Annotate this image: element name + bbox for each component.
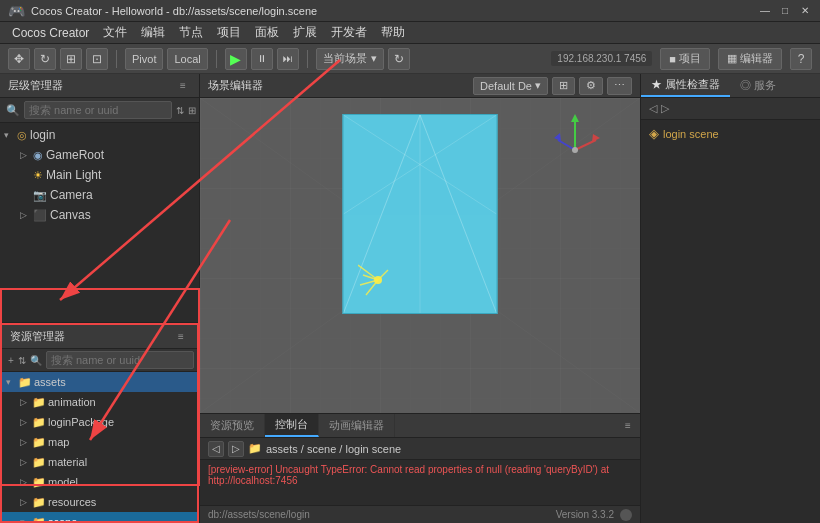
menu-item-编辑[interactable]: 编辑 — [135, 22, 171, 43]
scene-viewport[interactable] — [200, 98, 640, 413]
tree-item-canvas[interactable]: ▷ ⬛ Canvas — [0, 205, 199, 225]
assets-item-scene[interactable]: ▾ 📁 scene — [2, 512, 197, 521]
toolbar-sep3 — [307, 50, 308, 68]
tab-service-label: ◎ 服务 — [740, 78, 776, 93]
assets-item-resources[interactable]: ▷ 📁 resources — [2, 492, 197, 512]
assets-menu-button[interactable]: ≡ — [173, 329, 189, 345]
assets-label-assets: assets — [34, 376, 66, 388]
scene-more-button[interactable]: ⋯ — [607, 77, 632, 95]
minimize-button[interactable]: — — [758, 4, 772, 18]
assets-arrow-animation: ▷ — [20, 397, 30, 407]
tree-item-login[interactable]: ▾ ◎ login — [0, 125, 199, 145]
tab-inspector[interactable]: ★ 属性检查器 — [641, 74, 730, 97]
pivot-button[interactable]: Pivot — [125, 48, 163, 70]
close-button[interactable]: ✕ — [798, 4, 812, 18]
hierarchy-filter-button[interactable]: ⊞ — [188, 105, 196, 116]
step-button[interactable]: ⏭ — [277, 48, 299, 70]
menu-item-节点[interactable]: 节点 — [173, 22, 209, 43]
hierarchy-menu-button[interactable]: ≡ — [175, 78, 191, 94]
display-mode-dropdown[interactable]: Default De ▾ — [473, 77, 548, 95]
menu-item-帮助[interactable]: 帮助 — [375, 22, 411, 43]
menu-item-Cocos-Creator[interactable]: Cocos Creator — [6, 24, 95, 42]
scene-view-button[interactable]: ⊞ — [552, 77, 575, 95]
assets-folder-material-icon: 📁 — [32, 456, 46, 469]
svg-line-8 — [420, 115, 497, 313]
assets-panel: 资源管理器 ≡ + ⇅ 🔍 ⊞ ▾ 📁 assets ▷ 📁 an — [0, 323, 199, 523]
titlebar: 🎮 Cocos Creator - Helloworld - db://asse… — [0, 0, 820, 22]
scene-editor-header: 场景编辑器 Default De ▾ ⊞ ⚙ ⋯ — [200, 74, 640, 98]
local-button[interactable]: Local — [167, 48, 207, 70]
editor-button[interactable]: ▦ 编辑器 — [718, 48, 782, 70]
toolbar-sep2 — [216, 50, 217, 68]
tree-arrow-gameroot: ▷ — [20, 150, 30, 160]
tree-item-mainlight[interactable]: ☀ Main Light — [0, 165, 199, 185]
main-area: 层级管理器 ≡ 🔍 ⇅ ⊞ ▾ ◎ login ▷ ◉ GameRo — [0, 74, 820, 523]
console-error-text: [preview-error] Uncaught TypeError: Cann… — [208, 464, 609, 486]
svg-marker-17 — [554, 133, 561, 141]
toolbar-rotate-icon[interactable]: ↻ — [34, 48, 56, 70]
toolbar-move-icon[interactable]: ✥ — [8, 48, 30, 70]
assets-folder-scene-icon: 📁 — [32, 516, 46, 522]
assets-item-loginpackage[interactable]: ▷ 📁 loginPackage — [2, 412, 197, 432]
inspector-forward-button[interactable]: ▷ — [661, 102, 669, 115]
search-icon: 🔍 — [6, 104, 20, 117]
bottom-breadcrumb: ◁ ▷ 📁 assets / scene / login scene — [200, 438, 640, 460]
breadcrumb-forward[interactable]: ▷ — [228, 441, 244, 457]
gameroot-icon: ◉ — [33, 149, 43, 162]
mainlight-icon: ☀ — [33, 169, 43, 182]
tree-label-mainlight: Main Light — [46, 168, 101, 182]
assets-search-icon[interactable]: 🔍 — [30, 355, 42, 366]
menu-item-文件[interactable]: 文件 — [97, 22, 133, 43]
assets-item-model[interactable]: ▷ 📁 model — [2, 472, 197, 492]
assets-add-button[interactable]: + — [8, 355, 14, 366]
refresh-button[interactable]: ↻ — [388, 48, 410, 70]
svg-marker-13 — [571, 114, 579, 122]
svg-line-20 — [358, 265, 378, 280]
project-button[interactable]: ■ 项目 — [660, 48, 710, 70]
assets-arrow-assets: ▾ — [6, 377, 16, 387]
hierarchy-tree: ▾ ◎ login ▷ ◉ GameRoot ☀ Main Light 📷 — [0, 123, 199, 322]
menu-item-项目[interactable]: 项目 — [211, 22, 247, 43]
tab-preview[interactable]: 资源预览 — [200, 414, 265, 437]
play-button[interactable]: ▶ — [225, 48, 247, 70]
movement-indicator — [358, 260, 398, 303]
help-button[interactable]: ? — [790, 48, 812, 70]
tab-console[interactable]: 控制台 — [265, 414, 319, 437]
assets-item-animation[interactable]: ▷ 📁 animation — [2, 392, 197, 412]
assets-search-input[interactable] — [46, 351, 194, 369]
scene-dropdown[interactable]: 当前场景 ▾ — [316, 48, 384, 70]
hierarchy-search-input[interactable] — [24, 101, 172, 119]
assets-item-material[interactable]: ▷ 📁 material — [2, 452, 197, 472]
menu-item-开发者[interactable]: 开发者 — [325, 22, 373, 43]
assets-sort-button[interactable]: ⇅ — [18, 355, 26, 366]
menu-item-扩展[interactable]: 扩展 — [287, 22, 323, 43]
tab-service[interactable]: ◎ 服务 — [730, 74, 786, 97]
console-menu-button[interactable]: ≡ — [620, 418, 636, 434]
login-icon: ◎ — [17, 129, 27, 142]
tree-item-camera[interactable]: 📷 Camera — [0, 185, 199, 205]
hierarchy-sort-button[interactable]: ⇅ — [176, 105, 184, 116]
bottom-panel: 资源预览 控制台 动画编辑器 ≡ ◁ ▷ 📁 assets / scene / … — [200, 413, 640, 523]
assets-item-assets[interactable]: ▾ 📁 assets — [2, 372, 197, 392]
menubar: Cocos Creator文件编辑节点项目面板扩展开发者帮助 — [0, 22, 820, 44]
assets-folder-icon: 📁 — [18, 376, 32, 389]
assets-item-map[interactable]: ▷ 📁 map — [2, 432, 197, 452]
breadcrumb-back[interactable]: ◁ — [208, 441, 224, 457]
maximize-button[interactable]: □ — [778, 4, 792, 18]
tab-animation[interactable]: 动画编辑器 — [319, 414, 395, 437]
pause-button[interactable]: ⏸ — [251, 48, 273, 70]
inspector-back-button[interactable]: ◁ — [649, 102, 657, 115]
menu-item-面板[interactable]: 面板 — [249, 22, 285, 43]
titlebar-title: Cocos Creator - Helloworld - db://assets… — [31, 5, 758, 17]
left-panel: 层级管理器 ≡ 🔍 ⇅ ⊞ ▾ ◎ login ▷ ◉ GameRo — [0, 74, 200, 523]
right-panel: ★ 属性检查器 ◎ 服务 ◁ ▷ ◈ login scene — [640, 74, 820, 523]
console-path: db://assets/scene/login — [208, 509, 310, 520]
display-mode-label: Default De — [480, 80, 532, 92]
toolbar-rect-icon[interactable]: ⊡ — [86, 48, 108, 70]
app-icon: 🎮 — [8, 3, 25, 19]
toolbar-scale-icon[interactable]: ⊞ — [60, 48, 82, 70]
display-mode-arrow: ▾ — [535, 79, 541, 92]
tree-item-gameroot[interactable]: ▷ ◉ GameRoot — [0, 145, 199, 165]
scene-settings-button[interactable]: ⚙ — [579, 77, 603, 95]
bottom-tabs: 资源预览 控制台 动画编辑器 ≡ — [200, 414, 640, 438]
